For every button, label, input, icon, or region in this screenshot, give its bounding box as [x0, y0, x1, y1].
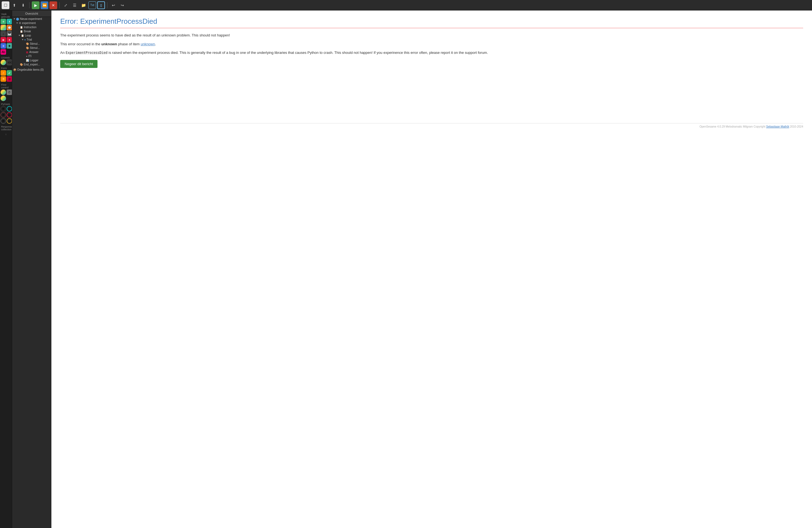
tree-item-experiment[interactable]: ▼ ⚙ experiment [12, 21, 51, 25]
icon-form-check[interactable]: ✓ [1, 70, 6, 76]
new-button[interactable]: ☐ [2, 1, 10, 9]
list-button[interactable]: ☰ [71, 1, 78, 9]
tree-item-instruction[interactable]: 📋 Instruction [12, 25, 51, 29]
icon-sequence[interactable] [1, 96, 6, 101]
copyright: OpenSesame 4.0.29 Melodramatic Milgram C… [60, 123, 803, 128]
icon-feedback[interactable]: ⬇ [6, 19, 12, 24]
icon-piano[interactable]: 🎹 [6, 31, 12, 36]
copyright-text: OpenSesame 4.0.29 Melodramatic Milgram C… [700, 125, 766, 128]
trial-label: Trial [27, 38, 32, 41]
break-icon: 📋 [20, 30, 23, 33]
tree-item-break[interactable]: 📋 Break [12, 29, 51, 33]
iti-icon: ● [26, 55, 27, 58]
icon-loop[interactable] [1, 89, 6, 95]
icon-form-check2[interactable]: ✔ [6, 70, 12, 76]
para2-bold: unknown [101, 42, 117, 46]
icon-colorcircle[interactable] [1, 25, 6, 30]
vaak-gebruikt-label: Vaak gebruikt [1, 12, 11, 19]
end-label: End_experi... [24, 63, 40, 66]
icon-form2[interactable]: ♣ [6, 37, 12, 43]
response-arrow: ↓ [5, 133, 6, 136]
pygaze-label: PyGaze [1, 102, 11, 106]
undo-button[interactable]: ↩ [110, 1, 117, 9]
folder-button[interactable]: 📁 [79, 1, 87, 9]
stop-button[interactable]: ✕ [49, 1, 57, 9]
icon-osweb1[interactable] [1, 60, 6, 65]
error-body: The experiment process seems to have die… [60, 33, 803, 68]
tree-item-logger[interactable]: 📊 Logger [12, 58, 51, 62]
tree-item-nieuw-experiment[interactable]: ▼ ⬤ Nieuw experiment [12, 17, 51, 21]
error-title: Error: ExperimentProcessDied [60, 17, 803, 28]
para3-code: ExperimentProcessDied [66, 51, 108, 55]
icon-form-list2[interactable]: ☰ [6, 76, 12, 82]
exp-icon: ⚙ [19, 21, 21, 25]
stimul1-icon: 🎨 [26, 43, 29, 45]
stimul1-label: Stimul... [30, 42, 40, 45]
flow-control-label: Flow control [1, 82, 11, 89]
icon-ab[interactable]: Ab [1, 49, 6, 55]
redo-button[interactable]: ↪ [118, 1, 126, 9]
end-icon: 🎨 [20, 63, 23, 66]
icon-panel: Vaak gebruikt ⊞ ⬇ 💬 ♪ 🎹 ▦ ♣ ⊞ ✚ Ab OSWeb… [0, 11, 12, 528]
main-area: Vaak gebruikt ⊞ ⬇ 💬 ♪ 🎹 ▦ ♣ ⊞ ✚ Ab OSWeb… [0, 11, 812, 528]
unused-label: Ongebruikte items (0) [17, 68, 44, 71]
arrow-icon: ▼ [13, 18, 15, 20]
icon-osweb2[interactable]: <> [6, 60, 12, 65]
icon-eye4[interactable]: ◎ [6, 112, 12, 118]
copyright-link[interactable]: Sebastiaan Mathôt [766, 125, 789, 128]
icon-plugin2[interactable]: ✚ [6, 43, 12, 48]
para3-after: is raised when the experiment process di… [107, 50, 488, 55]
separator-3 [107, 2, 107, 8]
bracket-button[interactable]: [] [97, 1, 105, 9]
tree-item-end-experiment[interactable]: 🎨 End_experi... [12, 62, 51, 67]
tree-item-trial[interactable]: ▼ ● Trial [12, 38, 51, 42]
loop-label: Loop [25, 34, 31, 37]
icon-clock[interactable]: ⏱ [6, 89, 12, 95]
arrow-icon: ▼ [21, 39, 24, 41]
break-label: Break [24, 30, 31, 33]
tree-item-iti[interactable]: ● ITI [12, 54, 51, 58]
tree-item-unused[interactable]: 📦 Ongebruikte items (0) [12, 68, 51, 72]
icon-music[interactable]: ♪ [1, 31, 6, 36]
logger-icon: 📊 [26, 59, 29, 62]
error-para1: The experiment process seems to have die… [60, 33, 803, 38]
icon-sketchpad[interactable]: ⊞ [1, 19, 6, 24]
error-para2: This error occurred in the unknown phase… [60, 41, 803, 47]
icon-eye3[interactable]: 👁 [1, 112, 6, 118]
para2-link[interactable]: unknown [141, 42, 155, 46]
logger-label: Logger [30, 59, 39, 62]
error-para3: An ExperimentProcessDied is raised when … [60, 50, 803, 56]
icon-eye2[interactable]: ◎ [6, 106, 12, 112]
iti-label: ITI [28, 55, 31, 58]
nieuw-label: Nieuw experiment [20, 17, 42, 20]
icon-eye6[interactable]: ◎ [6, 118, 12, 124]
icon-form-text[interactable]: ▦ [1, 37, 6, 43]
arrow-icon: ▼ [18, 34, 20, 37]
tree-header: Overzicht [12, 11, 51, 17]
icon-plugin[interactable]: ⊞ [1, 43, 6, 48]
run-button[interactable]: ▶ [32, 1, 40, 9]
nieuw-icon: ⬤ [16, 17, 19, 20]
instruction-label: Instruction [24, 26, 37, 29]
save-button[interactable]: ⬇ [19, 1, 27, 9]
fullscreen-button[interactable]: ⤢ [62, 1, 70, 9]
tree-item-loop[interactable]: ▼ 📋 Loop [12, 33, 51, 38]
toolbar: ☐ ⬆ ⬇ ▶ ⏩ ✕ ⤢ ☰ 📁 Txt [] ↩ ↪ [0, 0, 812, 11]
tree-item-stimul1[interactable]: 🎨 Stimul... [12, 42, 51, 46]
icon-chat[interactable]: 💬 [6, 25, 12, 30]
icon-form-list[interactable]: ☰ [1, 76, 6, 82]
stimul2-icon: 🎨 [26, 47, 29, 49]
dismiss-button[interactable]: Negeer dit bericht [60, 60, 98, 68]
arrow-icon: ▼ [16, 22, 18, 24]
tree-item-answer[interactable]: ▦ Answer [12, 50, 51, 54]
tree-item-stimul2[interactable]: 🎨 Stimul... [12, 46, 51, 50]
para2-end: . [155, 42, 156, 46]
icon-eye1[interactable]: 👁 [1, 106, 6, 112]
open-button[interactable]: ⬆ [11, 1, 18, 9]
icon-eye5[interactable]: 👁 [1, 118, 6, 124]
run-fast-button[interactable]: ⏩ [41, 1, 48, 9]
trial-icon: ● [24, 39, 26, 41]
unused-icon: 📦 [13, 69, 16, 71]
experiment-label: experiment [22, 21, 35, 25]
terminal-button[interactable]: Txt [88, 1, 96, 9]
